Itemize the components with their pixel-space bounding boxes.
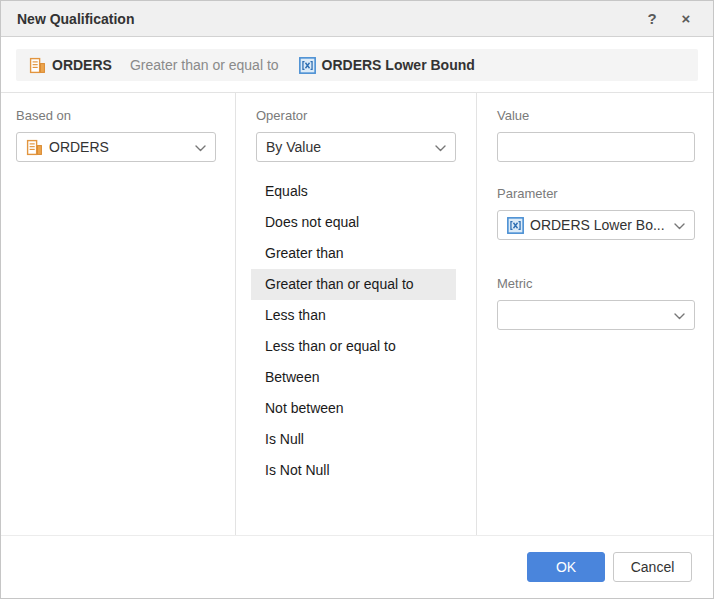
based-on-dropdown[interactable]: ORDERS: [16, 132, 216, 162]
metric-label: Metric: [497, 276, 695, 291]
based-on-selected-value: ORDERS: [49, 139, 109, 155]
operator-item-between[interactable]: Between: [251, 362, 456, 393]
close-icon[interactable]: ×: [675, 1, 697, 37]
summary-strip-container: ORDERS Greater than or equal to ORDERS L…: [1, 37, 713, 93]
summary-parameter-name: ORDERS Lower Bound: [322, 57, 475, 73]
chevron-down-icon: [674, 307, 685, 323]
value-input-wrapper: [497, 132, 695, 162]
chevron-down-icon: [674, 217, 685, 233]
metric-icon: [29, 57, 46, 74]
based-on-column: Based on ORDERS: [1, 93, 236, 535]
operator-item-greater-than[interactable]: Greater than: [251, 238, 456, 269]
qualification-summary-bar: ORDERS Greater than or equal to ORDERS L…: [16, 49, 698, 81]
metric-icon: [26, 139, 43, 156]
new-qualification-dialog: New Qualification ? × ORDERS Greater tha…: [0, 0, 714, 599]
cancel-button[interactable]: Cancel: [613, 552, 692, 582]
parameter-label: Parameter: [497, 186, 695, 201]
operator-item-is-null[interactable]: Is Null: [251, 424, 456, 455]
chevron-down-icon: [195, 139, 206, 155]
operator-item-equals[interactable]: Equals: [251, 176, 456, 207]
operator-item-does-not-equal[interactable]: Does not equal: [251, 207, 456, 238]
dialog-footer: OK Cancel: [1, 535, 713, 598]
operator-item-greater-than-or-equal-to[interactable]: Greater than or equal to: [251, 269, 456, 300]
help-icon[interactable]: ?: [641, 1, 663, 37]
operator-mode-selected-value: By Value: [266, 139, 321, 155]
metric-dropdown[interactable]: [497, 300, 695, 330]
parameter-icon: [507, 217, 524, 234]
chevron-down-icon: [435, 139, 446, 155]
value-label: Value: [497, 108, 695, 123]
dialog-titlebar: New Qualification ? ×: [1, 1, 713, 37]
operator-item-not-between[interactable]: Not between: [251, 393, 456, 424]
operator-mode-dropdown[interactable]: By Value: [256, 132, 456, 162]
operator-item-less-than-or-equal-to[interactable]: Less than or equal to: [251, 331, 456, 362]
based-on-label: Based on: [16, 108, 220, 123]
parameter-selected-value: ORDERS Lower Bo...: [530, 217, 665, 233]
summary-operator-text: Greater than or equal to: [130, 57, 279, 73]
dialog-body: Based on ORDERS Operat: [1, 93, 713, 535]
operator-column: Operator By Value Equals Does not equal …: [236, 93, 477, 535]
dialog-title: New Qualification: [17, 11, 134, 27]
value-input[interactable]: [507, 139, 685, 155]
operator-list: Equals Does not equal Greater than Great…: [251, 176, 456, 486]
operator-item-less-than[interactable]: Less than: [251, 300, 456, 331]
parameter-dropdown[interactable]: ORDERS Lower Bo...: [497, 210, 695, 240]
ok-button[interactable]: OK: [527, 552, 605, 582]
operator-label: Operator: [256, 108, 476, 123]
operator-item-is-not-null[interactable]: Is Not Null: [251, 455, 456, 486]
value-column: Value Parameter ORDER: [477, 93, 714, 535]
parameter-icon: [299, 57, 316, 74]
summary-object-name: ORDERS: [52, 57, 112, 73]
